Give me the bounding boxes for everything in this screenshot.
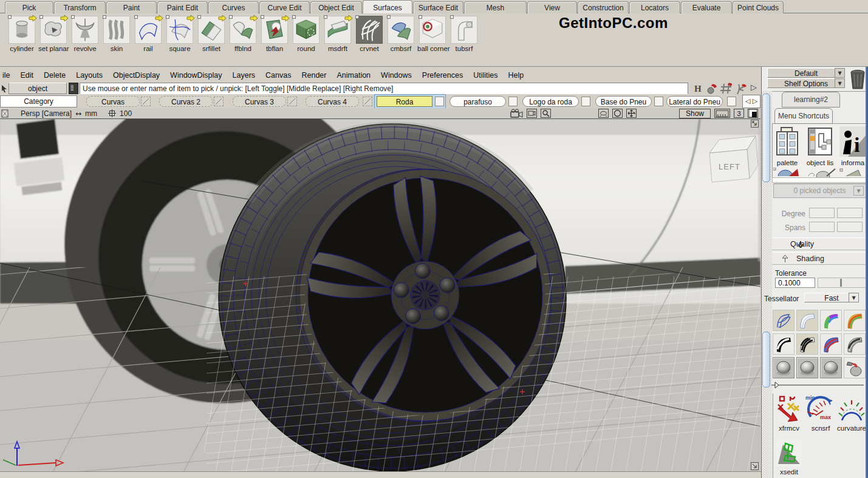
tool-options-box[interactable] [166,15,169,19]
3d-scene-canvas[interactable]: LEFT [0,119,760,471]
viewport-window-icon[interactable] [1,109,9,118]
layer-curvas-2[interactable]: Curvas 2 [159,96,213,107]
prompt-list-icon[interactable]: ≡≡ [69,83,78,94]
history-icon[interactable]: H [692,82,705,95]
tool-rail[interactable]: rail [133,16,163,63]
clipped-shelf-icons[interactable] [773,168,864,177]
shading-slider[interactable] [771,381,864,389]
pick-object-snap-icon[interactable] [706,82,718,95]
quality-section-header[interactable]: Quality [772,237,868,250]
layer-slash-box[interactable] [141,97,151,106]
shelf-tab-object-edit[interactable]: Object Edit [310,1,362,13]
tool-set-planar[interactable]: set planar [38,16,69,63]
shading-mode-ball[interactable] [773,357,795,378]
tool-cmbsrf[interactable]: cmbsrf [386,16,416,63]
tolerance-field[interactable]: 0.1000 [775,278,815,288]
tool-options-box[interactable] [134,15,138,19]
shading-mode-patch[interactable] [820,310,842,331]
shelf-options-combo[interactable]: Shelf Options [767,78,845,88]
shelf-tab-point-clouds[interactable]: Point Clouds [733,1,784,13]
shelf-tab-evaluate[interactable]: Evaluate [681,1,732,13]
window-layout-icon[interactable] [748,109,758,118]
tool-options-box[interactable] [71,15,75,19]
shelf-tab-mesh[interactable]: Mesh [464,1,527,13]
view-cube[interactable]: LEFT [709,136,758,182]
panel-scrollbar[interactable] [762,332,770,388]
viewport-resize-grip[interactable] [751,462,759,470]
shading-mode-metal[interactable] [844,333,866,355]
tessellator-arrow[interactable]: ▼ [849,293,859,302]
panel-scrollbar[interactable] [762,94,770,182]
shelf-tab-paint[interactable]: Paint [106,1,157,13]
shading-mode-bluestripe[interactable] [820,333,842,355]
layer-slash-box[interactable] [287,97,297,106]
prompt-expand-icon[interactable]: ▷ [751,83,757,92]
layer-checkbox[interactable] [727,97,736,106]
shelf-tab-surfaces[interactable]: Surfaces [363,0,412,13]
shelf-tab-transform[interactable]: Transform [54,1,106,13]
layer-lateral-do-pneu[interactable]: Lateral do Pneu [666,96,723,107]
perspective-viewport[interactable]: Persp [Camera] ↔ mm 100 Show 3 [0,108,760,471]
pane-count-button[interactable]: 3 [734,109,744,118]
tool-skin[interactable]: skin [101,16,132,63]
shelf-tab-curve-edit[interactable]: Curve Edit [259,1,310,13]
prompt-line-input[interactable]: Use mouse or enter name of item to pick … [80,83,688,94]
menu-item-preferences[interactable]: Preferences [422,71,463,80]
viewport-titlebar[interactable]: Persp [Camera] ↔ mm 100 Show 3 [0,108,760,119]
tool-options-box[interactable] [355,15,359,19]
menu-item-ile[interactable]: ile [2,71,10,80]
menu-item-animation[interactable]: Animation [337,71,371,80]
shading-mode-wire[interactable] [773,310,795,331]
show-button[interactable]: Show [679,109,711,118]
tab-menu-shortcuts[interactable]: Menu Shortcuts [774,108,833,124]
tool-round[interactable]: round [291,16,321,63]
tool-options-box[interactable] [229,15,233,19]
tab-learning[interactable]: learning#2 [782,92,840,108]
zoom-tool-icon[interactable] [541,109,551,118]
menu-item-help[interactable]: Help [508,71,524,80]
spans-field-1[interactable] [809,222,835,232]
shelf-tab-locators[interactable]: Locators [629,1,680,13]
shortcut-informa[interactable]: informa [839,126,867,166]
tool-options-box[interactable] [387,15,391,19]
curve-snap-icon[interactable] [735,82,747,95]
tool-srfillet[interactable]: srfillet [196,16,227,63]
shelf-tab-paint-edit[interactable]: Paint Edit [157,1,208,13]
tool-tbflan[interactable]: tbflan [259,16,290,63]
tool-ball-corner[interactable]: ball corner [417,16,448,63]
shelf-tab-surface-edit[interactable]: Surface Edit [413,1,463,13]
spans-field-2[interactable] [837,222,863,232]
ruler-icon[interactable] [714,109,730,118]
camera-icon[interactable] [510,109,523,118]
menu-item-render[interactable]: Render [301,71,326,80]
shading-mode-spray[interactable] [844,357,866,378]
tumble-tool-icon[interactable] [598,109,609,118]
pan-tool-icon[interactable] [626,109,637,118]
shading-section-header[interactable]: Shading [772,252,868,265]
tool-ffblnd[interactable]: ffblnd [228,16,258,63]
shelf-preset-combo[interactable]: Default [767,68,845,78]
tool-options-box[interactable] [450,15,454,19]
picked-objects-dropdown[interactable]: 0 picked objects▼ [773,183,866,198]
shelf-options-arrow[interactable]: ▼ [835,78,845,88]
shelf-tab-pick[interactable]: Pick [5,1,53,13]
layer-roda[interactable]: Roda [377,96,432,107]
shelf-tab-construction[interactable]: Construction [578,1,629,13]
degree-field-2[interactable] [837,208,863,218]
layer-scroll-arrows[interactable]: ◁ ▷ [742,95,760,108]
tool-options-box[interactable] [261,15,264,19]
viewport-resize-grip[interactable] [751,120,759,128]
layer-curvas-4[interactable]: Curvas 4 [306,96,359,107]
trash-icon[interactable] [848,68,867,91]
camera-view-icon[interactable] [527,109,537,118]
shelf-tab-curves[interactable]: Curves [208,1,259,13]
look-at-icon[interactable] [612,109,623,118]
shading-mode-ball[interactable] [820,357,842,378]
shading-mode-ball[interactable] [796,357,818,378]
layer-base-do-pneu[interactable]: Base do Pneu [595,96,652,107]
shortcut-palette[interactable]: palette [773,126,801,166]
layer-slash-box[interactable] [363,97,372,106]
layer-checkbox[interactable] [654,97,663,106]
grid-snap-icon[interactable] [720,82,732,95]
tool-revolve[interactable]: revolve [70,16,100,63]
